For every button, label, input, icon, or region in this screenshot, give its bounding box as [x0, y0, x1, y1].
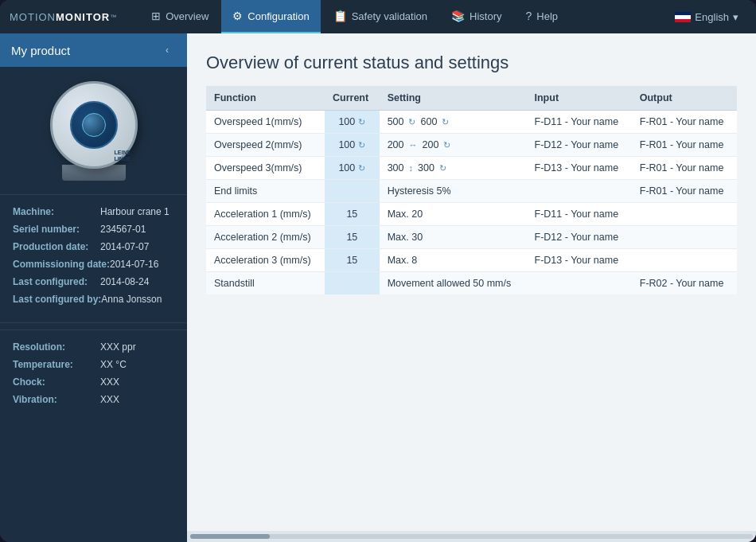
info-row-chock: Chock: XXX [13, 373, 174, 391]
machine-value: Harbour crane 1 [100, 206, 170, 217]
row-output: F-R01 - Your name [632, 180, 737, 203]
sidebar-header: My product ‹ [0, 33, 187, 67]
device-image: LEINELINDE [0, 67, 187, 194]
row-setting: Max. 30 [380, 226, 527, 249]
info-row-commissioning: Commissioning date: 2014-07-16 [13, 255, 174, 273]
tab-history[interactable]: 📚 History [440, 0, 512, 33]
device-info-section: Machine: Harbour crane 1 Seriel number: … [0, 194, 187, 316]
refresh-icon[interactable]: ↻ [358, 163, 365, 174]
row-output [632, 226, 737, 249]
chock-value: XXX [100, 376, 119, 388]
device-inner [70, 101, 118, 149]
production-value: 2014-07-07 [100, 241, 149, 252]
row-input: F-D13 - Your name [527, 157, 632, 180]
content-inner: Overview of current status and settings … [187, 33, 756, 531]
row-setting: Max. 20 [380, 203, 527, 226]
row-setting: 300 ↕ 300 ↻ [380, 157, 527, 180]
temperature-label: Temperature: [13, 359, 100, 370]
brand-motion: MOTION [10, 11, 56, 23]
row-function: End limits [206, 180, 325, 203]
row-output: F-R01 - Your name [632, 111, 737, 134]
commissioning-value: 2014-07-16 [110, 259, 158, 270]
sidebar-divider [0, 322, 187, 323]
tab-safety[interactable]: 📋 Safety validation [322, 0, 438, 33]
row-setting: Hysteresis 5% [380, 180, 527, 203]
navbar: MOTION MONITOR ™ ⊞ Overview ⚙ Configurat… [0, 0, 756, 33]
sidebar: My product ‹ LEINELINDE Machine: [0, 33, 187, 542]
row-input: F-D12 - Your name [527, 134, 632, 157]
tab-overview[interactable]: ⊞ Overview [140, 0, 220, 33]
commissioning-label: Commissioning date: [13, 259, 110, 270]
row-output: F-R01 - Your name [632, 134, 737, 157]
table-row: End limits Hysteresis 5% F-R01 - Your na… [206, 180, 737, 203]
last-config-value: 2014-08-24 [100, 276, 149, 287]
table-row: Acceleration 2 (mm/s) 15 Max. 30 F-D12 -… [206, 226, 737, 249]
table-row: Overspeed 3(mm/s) 100 ↻ 300 [206, 157, 737, 180]
tab-history-label: History [470, 10, 501, 22]
arrows-horizontal-icon: ↔ [408, 140, 417, 150]
row-current: 15 [325, 226, 380, 249]
chock-label: Chock: [13, 376, 100, 388]
device-specs-section: Resolution: XXX ppr Temperature: XX °C C… [0, 329, 187, 416]
brand-tm: ™ [110, 14, 116, 21]
row-function: Standstill [206, 272, 325, 295]
current-value: 15 [346, 255, 357, 266]
production-label: Production date: [13, 241, 100, 252]
col-input: Input [527, 86, 632, 111]
refresh-icon[interactable]: ↻ [358, 117, 365, 127]
row-function: Overspeed 3(mm/s) [206, 157, 325, 180]
horizontal-scrollbar[interactable] [187, 531, 756, 542]
col-output: Output [632, 86, 737, 111]
row-current: 100 ↻ [325, 111, 380, 134]
refresh-icon: ↻ [439, 163, 446, 174]
row-function: Acceleration 1 (mm/s) [206, 203, 325, 226]
serial-label: Seriel number: [13, 224, 100, 235]
sidebar-collapse-button[interactable]: ‹ [158, 41, 176, 59]
info-row-machine: Machine: Harbour crane 1 [13, 203, 174, 220]
info-row-temperature: Temperature: XX °C [13, 356, 174, 373]
row-current: 100 ↻ [325, 157, 380, 180]
brand-monitor: MONITOR [56, 11, 110, 23]
table-row: Standstill Movement allowed 50 mm/s F-R0… [206, 272, 737, 295]
language-selector[interactable]: English ▾ [667, 0, 746, 33]
device-lens [82, 113, 106, 137]
table-row: Acceleration 3 (mm/s) 15 Max. 8 F-D13 - … [206, 249, 737, 272]
current-value: 15 [346, 209, 357, 220]
config-icon: ⚙ [232, 10, 243, 22]
row-input: F-D11 - Your name [527, 111, 632, 134]
current-value: 15 [346, 232, 357, 243]
flag-icon [675, 12, 691, 22]
info-row-last-config-by: Last configured by: Anna Jonsson [13, 290, 174, 308]
info-row-production: Production date: 2014-07-07 [13, 238, 174, 255]
last-config-by-value: Anna Jonsson [101, 294, 162, 305]
table-container[interactable]: Function Current Setting Input Output Ov… [206, 86, 737, 520]
row-current [325, 272, 380, 295]
device-brand-text: LEINELINDE [115, 150, 131, 162]
tab-configuration[interactable]: ⚙ Configuration [221, 0, 320, 33]
col-setting: Setting [380, 86, 527, 111]
tab-help-label: Help [536, 10, 558, 22]
resolution-label: Resolution: [13, 341, 100, 353]
main-content: Overview of current status and settings … [187, 33, 756, 542]
tab-help[interactable]: ? Help [515, 0, 570, 33]
tab-configuration-label: Configuration [247, 10, 309, 22]
refresh-icon[interactable]: ↻ [358, 140, 365, 150]
row-function: Acceleration 3 (mm/s) [206, 249, 325, 272]
row-output [632, 203, 737, 226]
row-input [527, 272, 632, 295]
safety-icon: 📋 [333, 10, 347, 22]
nav-tabs: ⊞ Overview ⚙ Configuration 📋 Safety vali… [140, 0, 667, 33]
row-function: Acceleration 2 (mm/s) [206, 226, 325, 249]
scroll-thumb[interactable] [190, 534, 270, 539]
nav-right: English ▾ [667, 0, 746, 33]
row-input [527, 180, 632, 203]
sidebar-title: My product [11, 44, 158, 57]
row-function: Overspeed 2(mm/s) [206, 134, 325, 157]
table-row: Overspeed 1(mm/s) 100 ↻ 500 [206, 111, 737, 134]
status-table: Function Current Setting Input Output Ov… [206, 86, 737, 294]
table-row: Overspeed 2(mm/s) 100 ↻ 200 [206, 134, 737, 157]
current-value: 100 [338, 162, 355, 174]
history-icon: 📚 [451, 10, 465, 22]
current-value: 100 [338, 116, 355, 127]
info-row-serial: Seriel number: 234567-01 [13, 220, 174, 238]
